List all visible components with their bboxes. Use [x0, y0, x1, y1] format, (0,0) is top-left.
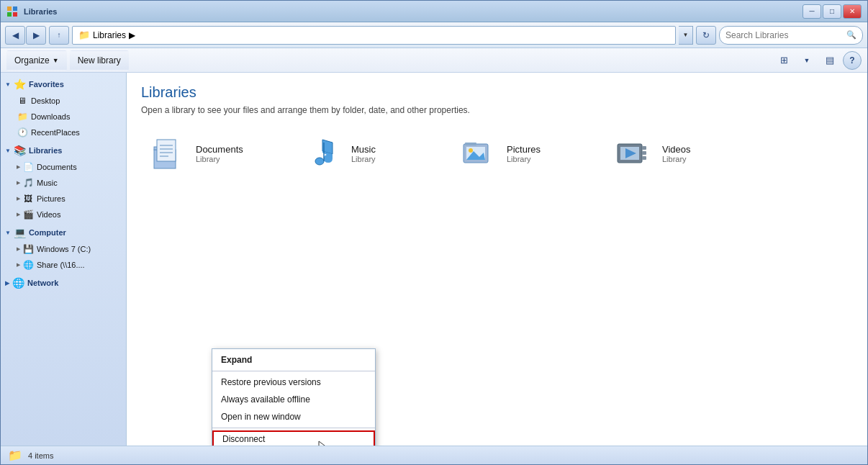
libraries-icon: 📚 [14, 145, 26, 156]
new-library-button[interactable]: New library [70, 50, 129, 71]
recent-places-icon: 🕐 [17, 127, 28, 138]
window-icon [6, 6, 18, 17]
sidebar-item-videos[interactable]: ▶ 🎬 Videos [1, 207, 126, 222]
svg-rect-22 [642, 151, 646, 155]
sidebar-item-desktop[interactable]: 🖥 Desktop [1, 93, 126, 109]
library-item-videos[interactable]: Videos Library [607, 130, 751, 178]
back-button[interactable]: ◀ [5, 26, 25, 45]
downloads-icon: 📁 [17, 111, 28, 122]
address-bar: ◀ ▶ ↑ 📁 Libraries ▶ ▼ ↻ 🔍 [1, 22, 867, 48]
sidebar-item-music[interactable]: ▶ 🎵 Music [1, 175, 126, 191]
svg-rect-23 [642, 156, 646, 160]
music-library-info: Music Library [351, 144, 376, 163]
share-label: Share (\\16.... [37, 261, 85, 269]
pictures-nav-label: Pictures [37, 194, 65, 203]
sidebar-item-windows7[interactable]: ▶ 💾 Windows 7 (C:) [1, 241, 126, 257]
view-options-button[interactable]: ⊞ [774, 51, 794, 70]
address-dropdown-button[interactable]: ▼ [679, 26, 693, 45]
svg-point-15 [469, 148, 473, 153]
downloads-label: Downloads [31, 112, 70, 121]
sidebar-item-share[interactable]: ▶ 🌐 Share (\\16.... [1, 257, 126, 273]
sidebar-item-downloads[interactable]: 📁 Downloads [1, 109, 126, 125]
svg-point-11 [315, 158, 324, 165]
computer-icon: 💻 [14, 227, 26, 238]
videos-lib-type: Library [662, 155, 691, 163]
windows7-label: Windows 7 (C:) [37, 245, 91, 253]
libraries-nav-label: Libraries [29, 146, 62, 155]
refresh-button[interactable]: ↻ [696, 26, 716, 45]
preview-pane-button[interactable]: ▤ [820, 51, 840, 70]
pictures-nav-icon: 🖼 [22, 193, 34, 204]
computer-collapse-arrow: ▼ [5, 230, 11, 236]
network-collapse-arrow: ▶ [5, 280, 9, 286]
music-lib-type: Library [351, 155, 376, 163]
favorites-label: Favorites [29, 80, 64, 89]
computer-section: ▼ 💻 Computer ▶ 💾 Windows 7 (C:) ▶ 🌐 Shar… [1, 224, 126, 273]
windows-explorer-window: Libraries ─ □ ✕ ◀ ▶ ↑ 📁 Libraries ▶ ▼ ↻ … [0, 0, 868, 465]
computer-header[interactable]: ▼ 💻 Computer [1, 224, 126, 241]
documents-nav-icon: 📄 [22, 161, 34, 173]
svg-rect-17 [465, 143, 476, 145]
restore-button[interactable]: □ [823, 4, 841, 19]
sidebar-item-pictures[interactable]: ▶ 🖼 Pictures [1, 191, 126, 207]
context-menu-open-new-window[interactable]: Open in new window [212, 408, 375, 425]
favorites-header[interactable]: ▼ ⭐ Favorites [1, 76, 126, 93]
page-title: Libraries [141, 84, 853, 101]
context-menu-restore-versions[interactable]: Restore previous versions [212, 374, 375, 391]
library-item-documents[interactable]: Documents Library [141, 130, 285, 178]
organize-arrow-icon: ▼ [53, 57, 59, 64]
sidebar-item-documents[interactable]: ▶ 📄 Documents [1, 159, 126, 175]
open-new-window-label: Open in new window [221, 412, 301, 422]
favorites-collapse-arrow: ▼ [5, 81, 11, 88]
network-header[interactable]: ▶ 🌐 Network [1, 274, 126, 292]
view-dropdown-button[interactable]: ▼ [797, 51, 817, 70]
help-button[interactable]: ? [843, 51, 862, 70]
search-input[interactable] [725, 30, 844, 40]
library-grid: Documents Library [141, 130, 853, 178]
music-nav-icon: 🎵 [22, 177, 34, 189]
pictures-library-icon [456, 134, 499, 173]
folder-icon: 📁 [78, 30, 90, 40]
documents-library-icon [145, 134, 189, 173]
address-path-bar[interactable]: 📁 Libraries ▶ [72, 26, 676, 45]
always-available-label: Always available offline [221, 394, 310, 405]
music-expand-arrow: ▶ [17, 180, 20, 186]
music-lib-name: Music [351, 144, 376, 155]
address-arrow: ▶ [129, 30, 135, 40]
recent-places-label: RecentPlaces [31, 128, 80, 137]
documents-lib-name: Documents [196, 144, 243, 155]
search-icon: 🔍 [846, 30, 856, 40]
library-item-music[interactable]: Music Library [297, 130, 440, 178]
library-item-pictures[interactable]: Pictures Library [452, 130, 596, 178]
documents-library-info: Documents Library [196, 144, 243, 163]
status-folder-icon: 📁 [8, 448, 22, 462]
win7-expand-arrow: ▶ [17, 246, 20, 252]
status-count: 4 items [28, 451, 53, 460]
sidebar-item-recent-places[interactable]: 🕐 RecentPlaces [1, 125, 126, 140]
pictures-lib-type: Library [507, 155, 541, 163]
context-menu-disconnect[interactable]: Disconnect [212, 430, 375, 446]
minimize-button[interactable]: ─ [803, 4, 821, 19]
videos-nav-icon: 🎬 [22, 209, 34, 220]
organize-button[interactable]: Organize ▼ [6, 50, 67, 71]
search-box[interactable]: 🔍 [719, 26, 863, 45]
favorites-star-icon: ⭐ [14, 78, 26, 90]
context-menu-expand[interactable]: Expand [212, 351, 375, 369]
toolbar-right: ⊞ ▼ ▤ ? [774, 51, 862, 70]
main-layout: ▼ ⭐ Favorites 🖥 Desktop 📁 Downloads 🕐 Re… [1, 73, 867, 446]
sidebar: ▼ ⭐ Favorites 🖥 Desktop 📁 Downloads 🕐 Re… [1, 73, 127, 446]
computer-nav-label: Computer [29, 228, 66, 237]
libraries-header[interactable]: ▼ 📚 Libraries [1, 142, 126, 159]
svg-rect-0 [7, 6, 12, 11]
restore-versions-label: Restore previous versions [221, 377, 321, 387]
network-section: ▶ 🌐 Network [1, 274, 126, 292]
libraries-section: ▼ 📚 Libraries ▶ 📄 Documents ▶ 🎵 Music ▶ … [1, 142, 126, 222]
forward-button[interactable]: ▶ [26, 26, 46, 45]
close-button[interactable]: ✕ [843, 4, 862, 19]
hdd-icon: 💾 [22, 243, 34, 255]
new-library-label: New library [78, 55, 121, 66]
title-bar-controls: ─ □ ✕ [803, 4, 862, 19]
up-button[interactable]: ↑ [49, 26, 69, 45]
music-nav-label: Music [37, 179, 58, 187]
context-menu-always-available[interactable]: Always available offline [212, 391, 375, 408]
